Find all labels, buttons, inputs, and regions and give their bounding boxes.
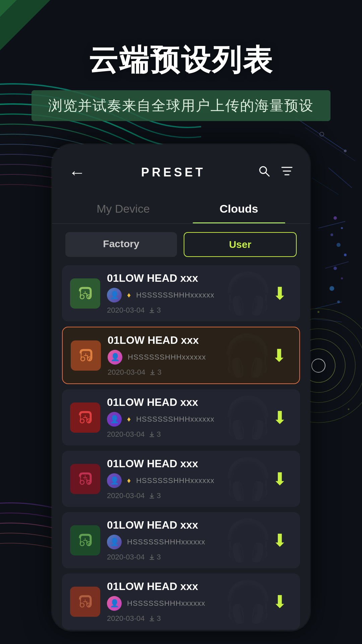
search-icon[interactable] bbox=[258, 165, 270, 180]
preset-id-5: HSSSSSSHHHxxxxxx bbox=[127, 538, 205, 546]
download-count-2: 3 bbox=[158, 368, 162, 377]
download-button-1[interactable]: ⬇ bbox=[268, 281, 292, 306]
header-section: 云端预设列表 浏览并试奏来自全球用户上传的海量预设 bbox=[0, 40, 362, 121]
preset-icon-6 bbox=[70, 587, 100, 617]
preset-name-6: 01LOW HEAD xxx bbox=[107, 580, 261, 593]
nav-title: PRESET bbox=[141, 165, 205, 179]
preset-name-3: 01LOW HEAD xxx bbox=[107, 396, 261, 409]
svg-line-22 bbox=[305, 127, 355, 161]
download-button-6[interactable]: ⬇ bbox=[268, 590, 292, 614]
preset-avatar-6: 👤 bbox=[107, 596, 122, 611]
preset-date-6: 2020-03-04 bbox=[107, 614, 145, 623]
svg-line-26 bbox=[265, 172, 269, 176]
download-count-6: 3 bbox=[157, 614, 161, 623]
svg-point-13 bbox=[341, 227, 343, 229]
preset-name-1: 01LOW HEAD xxx bbox=[107, 272, 261, 284]
preset-date-2: 2020-03-04 bbox=[108, 368, 145, 377]
preset-meta-5: 👤 HSSSSSSHHHxxxxxx bbox=[107, 535, 261, 549]
download-arrow-4: ⬇ bbox=[273, 469, 287, 489]
svg-point-10 bbox=[348, 409, 350, 410]
preset-content-5: 01LOW HEAD xxx 👤 HSSSSSSHHHxxxxxx 2020-0… bbox=[107, 519, 261, 561]
diamond-icon-1: ♦ bbox=[127, 291, 131, 300]
download-button-3[interactable]: ⬇ bbox=[268, 406, 292, 430]
preset-icon-5 bbox=[70, 525, 100, 555]
back-button[interactable]: ← bbox=[69, 163, 89, 182]
diamond-icon-3: ♦ bbox=[127, 415, 131, 424]
svg-point-12 bbox=[334, 216, 337, 220]
svg-point-14 bbox=[330, 233, 333, 236]
preset-downloads-3: 3 bbox=[149, 430, 161, 439]
preset-meta-6: 👤 HSSSSSSHHHxxxxxx bbox=[107, 596, 261, 611]
download-count-4: 3 bbox=[157, 491, 161, 500]
download-count-1: 3 bbox=[157, 306, 161, 315]
filter-icon[interactable] bbox=[281, 165, 293, 180]
filter-user-btn[interactable]: User bbox=[184, 232, 297, 257]
preset-item-5[interactable]: 01LOW HEAD xxx 👤 HSSSSSSHHHxxxxxx 2020-0… bbox=[62, 512, 300, 568]
preset-item-4[interactable]: 01LOW HEAD xxx 👤 ♦ HSSSSSSHHHxxxxxx 2020… bbox=[62, 451, 300, 507]
download-arrow-1: ⬇ bbox=[273, 283, 287, 304]
subtitle-bar: 浏览并试奏来自全球用户上传的海量预设 bbox=[32, 90, 330, 121]
preset-content-1: 01LOW HEAD xxx 👤 ♦ HSSSSSSHHHxxxxxx 2020… bbox=[107, 272, 261, 315]
preset-meta-4: 👤 ♦ HSSSSSSHHHxxxxxx bbox=[107, 473, 261, 488]
preset-content-2: 01LOW HEAD xxx 👤 HSSSSSSHHHxxxxxx 2020-0… bbox=[108, 334, 260, 377]
preset-id-4: HSSSSSSHHHxxxxxx bbox=[136, 476, 215, 485]
preset-date-1: 2020-03-04 bbox=[107, 306, 145, 315]
svg-point-18 bbox=[341, 277, 343, 279]
preset-item-6[interactable]: 01LOW HEAD xxx 👤 HSSSSSSHHHxxxxxx 2020-0… bbox=[62, 574, 300, 630]
preset-info-4: 2020-03-04 3 bbox=[107, 491, 261, 500]
svg-point-7 bbox=[312, 359, 325, 372]
download-button-2[interactable]: ⬇ bbox=[267, 343, 291, 368]
preset-date-3: 2020-03-04 bbox=[107, 430, 145, 439]
preset-item-3[interactable]: 01LOW HEAD xxx 👤 ♦ HSSSSSSHHHxxxxxx 2020… bbox=[62, 389, 300, 445]
preset-content-6: 01LOW HEAD xxx 👤 HSSSSSSHHHxxxxxx 2020-0… bbox=[107, 580, 261, 623]
download-arrow-6: ⬇ bbox=[273, 592, 287, 612]
download-arrow-5: ⬇ bbox=[273, 530, 287, 550]
preset-avatar-2: 👤 bbox=[108, 350, 122, 365]
phone-screen: ← PRESET bbox=[52, 144, 310, 631]
tab-clouds[interactable]: Clouds bbox=[181, 196, 297, 223]
preset-id-3: HSSSSSSHHHxxxxxx bbox=[136, 415, 215, 424]
preset-downloads-2: 3 bbox=[149, 368, 162, 377]
preset-info-3: 2020-03-04 3 bbox=[107, 430, 261, 439]
filter-bar: Factory User bbox=[52, 224, 310, 265]
preset-downloads-1: 3 bbox=[149, 306, 161, 315]
svg-line-21 bbox=[295, 117, 345, 151]
preset-avatar-4: 👤 bbox=[107, 473, 122, 488]
download-count-5: 3 bbox=[157, 553, 161, 561]
preset-name-2: 01LOW HEAD xxx bbox=[108, 334, 260, 346]
diamond-icon-4: ♦ bbox=[127, 476, 131, 485]
filter-factory-btn[interactable]: Factory bbox=[65, 232, 177, 257]
svg-point-15 bbox=[337, 243, 341, 247]
preset-item-2[interactable]: 01LOW HEAD xxx 👤 HSSSSSSHHHxxxxxx 2020-0… bbox=[62, 327, 300, 384]
preset-meta-1: 👤 ♦ HSSSSSSHHHxxxxxx bbox=[107, 288, 261, 303]
preset-downloads-5: 3 bbox=[149, 553, 161, 561]
phone-mockup: ← PRESET bbox=[52, 144, 310, 631]
svg-point-19 bbox=[329, 286, 334, 291]
preset-content-3: 01LOW HEAD xxx 👤 ♦ HSSSSSSHHHxxxxxx 2020… bbox=[107, 396, 261, 439]
preset-list: 01LOW HEAD xxx 👤 ♦ HSSSSSSHHHxxxxxx 2020… bbox=[52, 265, 310, 631]
preset-downloads-6: 3 bbox=[149, 614, 161, 623]
preset-info-6: 2020-03-04 3 bbox=[107, 614, 261, 623]
preset-content-4: 01LOW HEAD xxx 👤 ♦ HSSSSSSHHHxxxxxx 2020… bbox=[107, 458, 261, 500]
preset-downloads-4: 3 bbox=[149, 491, 161, 500]
preset-info-5: 2020-03-04 3 bbox=[107, 553, 261, 561]
preset-icon-4 bbox=[70, 464, 100, 494]
preset-id-6: HSSSSSSHHHxxxxxx bbox=[127, 599, 205, 608]
preset-avatar-1: 👤 bbox=[107, 288, 122, 303]
preset-avatar-3: 👤 bbox=[107, 412, 122, 427]
preset-date-4: 2020-03-04 bbox=[107, 491, 145, 500]
download-button-5[interactable]: ⬇ bbox=[268, 528, 292, 552]
download-arrow-3: ⬇ bbox=[273, 408, 287, 428]
svg-point-16 bbox=[344, 254, 347, 256]
main-title: 云端预设列表 bbox=[0, 40, 362, 80]
download-arrow-2: ⬇ bbox=[272, 345, 287, 366]
preset-avatar-5: 👤 bbox=[107, 535, 122, 549]
download-button-4[interactable]: ⬇ bbox=[268, 467, 292, 491]
download-count-3: 3 bbox=[157, 430, 161, 439]
svg-point-24 bbox=[344, 150, 347, 152]
preset-item-1[interactable]: 01LOW HEAD xxx 👤 ♦ HSSSSSSHHHxxxxxx 2020… bbox=[62, 265, 300, 321]
preset-name-5: 01LOW HEAD xxx bbox=[107, 519, 261, 531]
tab-my-device[interactable]: My Device bbox=[65, 196, 181, 223]
nav-bar: ← PRESET bbox=[52, 144, 310, 192]
preset-date-5: 2020-03-04 bbox=[107, 553, 145, 561]
